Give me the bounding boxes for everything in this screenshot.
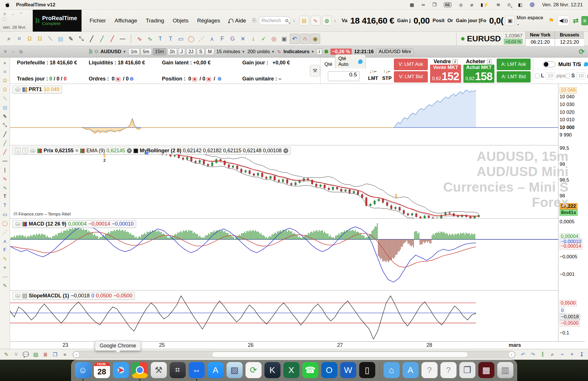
sell-limit-bid-button[interactable]: V: LMT Bid [394,71,428,83]
text-bubble-icon[interactable]: T [166,34,175,44]
kindle-icon[interactable]: K [264,362,281,378]
device-mirror-icon[interactable]: ▯ [359,362,375,378]
channel-pattern-icon[interactable]: ▤ [56,34,65,44]
draw-arrow-icon[interactable]: ✎ [0,112,10,121]
sound-button[interactable]: ◀))) [558,16,569,26]
collapse-button[interactable]: — [15,222,21,226]
slope-color-swatch[interactable] [22,294,27,298]
line-icon[interactable]: ╱ [87,34,96,44]
text-bubble-icon[interactable]: T [0,201,10,210]
collapse-button[interactable]: — [30,149,36,153]
colorsync-icon[interactable]: ⚒ [151,362,167,378]
prt1-color-swatch[interactable] [22,87,27,92]
zigzag-icon[interactable]: ∿ [135,34,144,44]
control-center-icon[interactable]: ◧ [518,2,522,7]
bollinger-color-swatch[interactable] [134,149,138,153]
photos-preview-icon[interactable]: ▨ [227,362,243,378]
chart-area[interactable]: 10 04910 04010 03010 02010 01010 0009 99… [10,84,588,349]
horizontal-scrollbar[interactable]: ‹ › [72,351,516,358]
line-red-icon[interactable]: ╱ [0,148,10,156]
zigzag-green-icon[interactable]: ∿ [0,183,10,192]
undo-cursor-icon[interactable]: ↶ [290,34,299,44]
remove-ema-button[interactable]: ✕ [127,148,132,153]
menu-item[interactable]: Trading [146,18,164,24]
prt1-label[interactable]: PRT1 [29,86,42,93]
slope-label[interactable]: SlopeMACDL (1) [29,293,69,299]
ruler-icon[interactable]: ⟍ [45,34,55,44]
battery-icon[interactable]: ▮⚡ [481,2,489,7]
buy-limit-bid-button[interactable]: A: LMT Bid [497,71,531,83]
text-icon[interactable]: T [155,34,165,44]
text-icon[interactable]: T [0,192,10,201]
ellipse-icon[interactable]: ◯ [0,219,10,228]
chat-icon[interactable]: 💬 [21,350,30,359]
timeframe-button[interactable]: J [178,48,185,55]
buy-arrow-button[interactable]: ↑ [22,148,28,153]
scroll-right-button[interactable]: › [508,351,515,358]
line-red-icon[interactable]: ╱ [107,34,117,44]
sell-arrow-button[interactable]: ↓ [15,148,21,153]
alarm-add-icon[interactable]: Ω [25,34,34,44]
line-green-icon[interactable]: ╱ [97,34,107,44]
chevron-right-icon[interactable]: › [334,17,336,24]
buy-info-icon[interactable]: i [487,59,492,64]
alarm-add-icon[interactable]: Ω [0,76,10,85]
timeframe-button[interactable]: 2J [186,48,196,55]
qty-auto-tab[interactable]: Qté Auto [335,54,366,68]
line-icon[interactable]: ╱ [0,130,10,138]
search-input[interactable]: Recherch [259,16,291,25]
teamviewer-icon[interactable]: ⇔ [189,362,205,378]
menu-item[interactable]: Affichage [115,18,137,24]
horizontal-line-icon[interactable]: — [118,34,127,44]
buy-market-button[interactable]: Achat MKT 0,62158 [463,65,494,83]
stop-order-button[interactable]: ↑↓⌐STP [382,69,392,81]
trash-icon[interactable]: ▥ [497,362,513,378]
bollinger-label[interactable]: MyBollinger (2 8) 0,62142 0,62182 0,6211… [140,148,282,154]
sell-marker[interactable]: ⇩ [394,193,398,199]
segment-icon[interactable]: ⤡ [76,34,86,44]
multi-ts-toggle[interactable] [543,61,556,67]
zigzag-red-icon[interactable]: ∿ [0,174,10,183]
refresh-icon[interactable]: ⟳ [579,48,585,56]
validate-icon[interactable]: ✓ [259,34,268,44]
magnet-icon[interactable]: ∩ [300,34,310,44]
sell-arrow-icon[interactable]: ↓ [248,34,258,44]
calendar-icon[interactable]: FEVR.28 [94,362,110,378]
qty-tab[interactable]: Qté [323,60,334,68]
freehand-icon[interactable]: ✎ [0,281,10,290]
flag-icon[interactable]: ⚑ [548,17,554,24]
candlestick-icon[interactable]: ⫿⫾ [89,49,92,55]
candle-zoom-icon[interactable]: ⫿ [538,350,547,359]
rectangle-icon[interactable]: ▭ [0,210,10,219]
alerts-report-icon[interactable]: ▤ [299,16,309,26]
trade-marker-2[interactable]: ⇧2 [102,153,107,162]
link-icon[interactable]: ⎘ [252,18,256,24]
save-icon[interactable]: ▣ [505,16,515,26]
airplay-icon[interactable]: ◉ [459,2,463,7]
timeframe-button[interactable]: S [197,48,205,55]
close-position-icon[interactable]: ✖ [192,77,197,82]
peaks-icon[interactable]: ⋏ [0,237,10,245]
stop-checkbox[interactable] [565,74,570,78]
quotes-list-icon[interactable]: ≣ [41,350,50,359]
sell-market-button[interactable]: Vente MKT 0,62152 [430,65,461,83]
rectangle-icon[interactable]: ▭ [176,34,186,44]
zoom-out-icon[interactable]: − [558,350,567,359]
sync-app-icon[interactable]: ⟳ [245,362,262,378]
macd-color-swatch[interactable] [22,222,27,226]
collapse-icon[interactable]: « [60,350,69,359]
vertical-line-icon[interactable]: ∣ [0,166,10,174]
siri-icon[interactable] [530,2,535,7]
remove-bollinger-button[interactable]: ✕ [283,148,288,153]
redo-icon[interactable]: ↷ [528,350,537,359]
menu-item[interactable]: Réglages [197,18,220,24]
scrollbar-thumb[interactable] [212,352,468,357]
market-symbol[interactable]: EURUSD [467,34,501,43]
segment-icon[interactable]: ⤡ [0,121,10,130]
menubar-clock[interactable]: Ven. 28 févr. 12:21 [542,2,583,8]
close-marker[interactable]: ✖ [144,151,149,156]
peaks-icon[interactable]: ⋏ [207,34,217,44]
elliott-icon[interactable]: ∿ [145,34,155,44]
menu-item[interactable]: Objets [173,18,189,24]
sync-icon[interactable]: ⇄ [573,17,579,25]
